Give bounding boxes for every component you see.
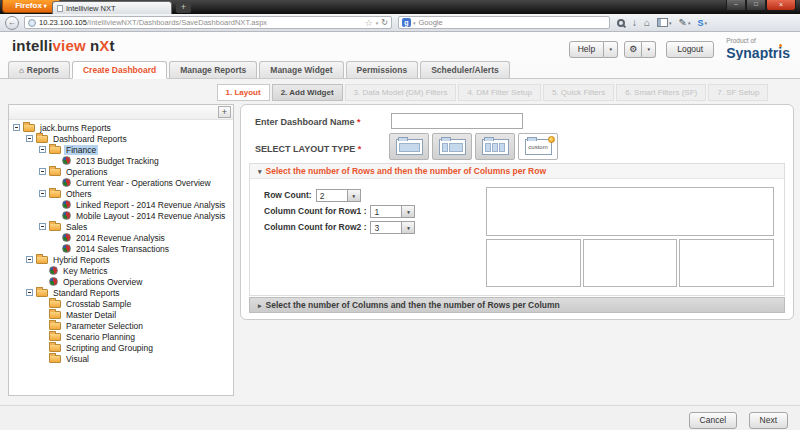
tree-item[interactable]: Operations <box>9 166 233 177</box>
tree-expander-icon[interactable] <box>26 135 33 142</box>
tree-item[interactable]: Scripting and Grouping <box>9 342 233 353</box>
chevron-down-icon[interactable]: ▾ <box>413 20 416 26</box>
layout-option-two-column[interactable] <box>432 133 472 160</box>
tab-scheduler-alerts[interactable]: Scheduler/Alerts <box>420 61 510 79</box>
wizard-steps: 1. Layout2. Add Widget3. Data Model (DM)… <box>185 81 800 101</box>
row-count-select[interactable]: 2 ▾ <box>316 189 361 202</box>
tree-item-label: Standard Reports <box>51 288 122 298</box>
settings-dropdown-button[interactable]: ▾ <box>642 41 656 58</box>
browser-tab[interactable]: Intelliview NXT <box>52 1 172 14</box>
layout-option-custom[interactable]: custom <box>518 133 558 160</box>
tree-item-label: Scenario Planning <box>64 332 137 342</box>
search-icon[interactable] <box>617 19 625 27</box>
help-button[interactable]: Help <box>569 41 604 58</box>
tree-item[interactable]: Visual <box>9 353 233 364</box>
search-bar[interactable]: g ▾ Google <box>398 16 610 29</box>
tab-manage-widget[interactable]: Manage Widget <box>259 61 343 79</box>
tab-manage-reports[interactable]: Manage Reports <box>169 61 257 79</box>
tree-item[interactable]: Master Detail <box>9 309 233 320</box>
tree-item[interactable]: Operations Overview <box>9 276 233 287</box>
tab-label: Manage Widget <box>270 65 332 75</box>
tree-item[interactable]: Current Year - Operations Overview <box>9 177 233 188</box>
settings-gear-button[interactable]: ⚙ <box>624 41 642 58</box>
tree-item-label: Scripting and Grouping <box>64 343 155 353</box>
tree-item[interactable]: Sales <box>9 221 233 232</box>
tree-item[interactable]: Standard Reports <box>9 287 233 298</box>
tree-item[interactable]: Crosstab Sample <box>9 298 233 309</box>
url-bar[interactable]: 10.23.100.105/IntelliviewNXT/Dashboards/… <box>24 16 392 29</box>
columns-accordion-title: Select the number of Columns and then th… <box>266 300 560 310</box>
tree-expander-icon[interactable] <box>39 223 46 230</box>
tab-permissions[interactable]: Permissions <box>346 61 419 79</box>
layout-preview <box>486 187 774 287</box>
bookmark-star-icon[interactable]: ☆ <box>365 18 373 28</box>
maximize-button[interactable]: □ <box>746 0 766 11</box>
caret-right-icon: ▸ <box>258 302 262 309</box>
tree-item[interactable]: Hybrid Reports <box>9 254 233 265</box>
tree-expander-icon[interactable] <box>26 289 33 296</box>
chevron-down-icon: ▾ <box>669 16 672 30</box>
cancel-button[interactable]: Cancel <box>689 412 737 429</box>
new-tab-button[interactable]: + <box>176 2 191 13</box>
col-count-row1-select[interactable]: 1 ▾ <box>370 205 415 218</box>
addon-s-icon[interactable]: S▾ <box>697 16 707 30</box>
tree-item[interactable]: Parameter Selection <box>9 320 233 331</box>
tree-expander-icon[interactable] <box>39 168 46 175</box>
tree-item[interactable]: Key Metrics <box>9 265 233 276</box>
step-7-sf-setup: 7. SF Setup <box>708 84 768 101</box>
columns-accordion-header[interactable]: ▸Select the number of Columns and then t… <box>249 297 785 313</box>
help-dropdown-button[interactable]: ▾ <box>604 41 618 58</box>
window-controls: – □ × <box>726 0 796 11</box>
reload-icon[interactable]: ↻ <box>381 18 388 27</box>
tab-reports[interactable]: ⌂Reports <box>8 61 70 79</box>
dashboard-name-input[interactable] <box>391 113 523 129</box>
home-icon[interactable]: ⌂ <box>644 16 650 30</box>
intelliview-logo: intelliviewnXt <box>12 37 115 54</box>
logo-view: view <box>53 37 86 54</box>
tree-item-label: Master Detail <box>64 310 118 320</box>
col-count-row2-select[interactable]: 3 ▾ <box>370 221 415 234</box>
tree-expander-icon[interactable] <box>13 124 20 131</box>
layout-option-three-column[interactable] <box>475 133 515 160</box>
tree-item[interactable]: Finance <box>9 144 233 155</box>
magnifier-icon <box>617 19 625 27</box>
download-icon[interactable]: ↓ <box>632 16 637 30</box>
tree-expand-button[interactable]: + <box>218 106 231 118</box>
col-count-row2-value: 3 <box>370 221 402 234</box>
footer-bar: Cancel Next <box>0 405 800 430</box>
tree-expander-icon[interactable] <box>26 256 33 263</box>
edit-addon-icon[interactable]: ✎▾ <box>679 16 691 30</box>
tree-item[interactable]: Others <box>9 188 233 199</box>
step-2-add-widget[interactable]: 2. Add Widget <box>272 84 343 101</box>
preview-cell <box>486 239 581 288</box>
tree-item-label: 2013 Budget Tracking <box>74 156 161 166</box>
tree-item-label: 2014 Sales Transactions <box>74 244 171 254</box>
tree-expander-icon[interactable] <box>39 190 46 197</box>
chevron-down-icon[interactable]: ▾ <box>376 20 379 26</box>
preview-cell <box>486 187 774 236</box>
tab-create-dashboard[interactable]: Create Dashboard <box>72 61 167 79</box>
minimize-button[interactable]: – <box>726 0 746 11</box>
step-1-layout[interactable]: 1. Layout <box>217 84 270 101</box>
logout-button[interactable]: Logout <box>666 41 714 58</box>
rows-accordion-header[interactable]: ▾Select the number of Rows and then the … <box>250 164 784 179</box>
layout-icon-two-column <box>439 139 466 155</box>
tree-item[interactable]: 2013 Budget Tracking <box>9 155 233 166</box>
tree-item[interactable]: 2014 Sales Transactions <box>9 243 233 254</box>
tree-item[interactable]: Linked Report - 2014 Revenue Analysis <box>9 199 233 210</box>
tree-item[interactable]: Mobile Layout - 2014 Revenue Analysis <box>9 210 233 221</box>
next-button[interactable]: Next <box>749 412 788 429</box>
back-button[interactable]: ← <box>5 16 19 30</box>
bookmarks-panel-icon[interactable]: ▾ <box>657 16 672 30</box>
tree-item[interactable]: 2014 Revenue Analysis <box>9 232 233 243</box>
tree-item[interactable]: Scenario Planning <box>9 331 233 342</box>
folder-icon <box>49 190 61 198</box>
layout-icon-three-column <box>482 139 509 155</box>
preview-row <box>486 187 774 236</box>
tree-item[interactable]: Dashboard Reports <box>9 133 233 144</box>
layout-option-one-column[interactable] <box>389 133 429 160</box>
tree-item[interactable]: jack.burns Reports <box>9 122 233 133</box>
close-button[interactable]: × <box>766 0 796 11</box>
layout-segment <box>485 143 491 152</box>
tree-expander-icon[interactable] <box>39 146 46 153</box>
